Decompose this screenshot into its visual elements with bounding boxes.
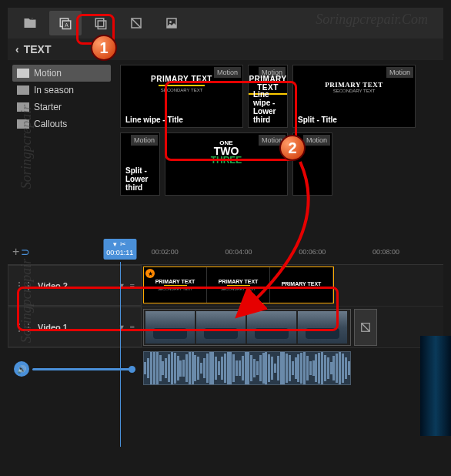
audio-clip[interactable]: [143, 351, 351, 385]
folder-icon: [17, 119, 29, 129]
primary-text: PRIMARY TEXT: [121, 75, 242, 83]
side-gradient: [420, 336, 451, 436]
svg-point-7: [169, 21, 172, 23]
folder-in-season[interactable]: In season: [12, 82, 111, 99]
panel-title: TEXT: [24, 43, 52, 55]
thumb-split-title[interactable]: Motion PRIMARY TEXTSECONDARY TEXT Split …: [292, 65, 416, 128]
clip-secondary: SECONDARY TEXT: [221, 287, 256, 291]
time-ruler[interactable]: 00:02:00 00:04:00 00:06:00 00:08:00 ▾✂ 0…: [34, 239, 443, 265]
folder-callouts[interactable]: Callouts: [12, 116, 111, 132]
folder-label: In season: [34, 85, 74, 96]
track-audio: 🔊: [8, 348, 443, 390]
thumb-label: Line wipe - Lower third: [253, 90, 287, 124]
playhead[interactable]: ▾✂ 00:01:11: [103, 239, 136, 260]
clip-primary: PRIMARY TEXT: [282, 281, 322, 287]
asset-tabs: A: [8, 8, 443, 39]
drag-handle-icon[interactable]: ⋮⋮: [15, 322, 33, 333]
tick: 00:06:00: [299, 248, 326, 256]
track-label: Video 2: [38, 281, 114, 290]
thumb-onetwo[interactable]: Motion ONETWOTHREE: [165, 132, 288, 196]
text-clip[interactable]: ★ PRIMARY TEXTSECONDARY TEXT PRIMARY TEX…: [143, 266, 334, 303]
track-video2: ⋮⋮ Video 2 ▼ ≡ ★ PRIMARY TEXTSECONDARY T…: [8, 265, 443, 307]
clip-primary: PRIMARY TEXT: [219, 279, 259, 284]
folder-icon: [17, 69, 29, 78]
clip-primary: PRIMARY TEXT: [155, 279, 195, 284]
track-menu-icon[interactable]: ≡: [130, 281, 135, 290]
tab-media[interactable]: [14, 11, 46, 35]
track-body[interactable]: ★ PRIMARY TEXTSECONDARY TEXT PRIMARY TEX…: [142, 265, 443, 306]
folder-label: Callouts: [34, 119, 67, 129]
underline: [159, 85, 205, 86]
thumb-label: Line wipe - Title: [125, 116, 183, 124]
star-icon: ★: [145, 269, 155, 278]
tab-overlays[interactable]: [155, 11, 188, 35]
track-body[interactable]: [142, 307, 443, 347]
three-text: THREE: [165, 156, 287, 165]
annotation-callout-2: 2: [279, 135, 306, 161]
tick: 00:02:00: [152, 248, 179, 256]
folder-starter[interactable]: Starter: [12, 99, 111, 116]
panel-header[interactable]: ‹ TEXT: [8, 39, 443, 60]
playhead-time: 00:01:11: [106, 249, 133, 256]
category-sidebar: Motion In season Starter Callouts: [8, 60, 115, 236]
volume-icon[interactable]: 🔊: [14, 361, 29, 377]
track-video1: ⋮⋮ Video 1 ▼ ≡: [8, 307, 443, 348]
tab-transitions[interactable]: [85, 11, 117, 35]
marker-icon[interactable]: ▾: [113, 240, 117, 248]
clip-secondary: SECONDARY TEXT: [158, 287, 193, 291]
track-header[interactable]: ⋮⋮ Video 1 ▼ ≡: [8, 307, 142, 347]
motion-badge: Motion: [303, 135, 330, 146]
video-clip[interactable]: [143, 309, 351, 346]
tick: 00:08:00: [372, 248, 399, 256]
audio-body[interactable]: [142, 348, 443, 390]
tab-text[interactable]: A: [49, 11, 82, 35]
video-frame: [145, 311, 195, 344]
transition-box[interactable]: [354, 309, 377, 346]
timeline: + ⊃ 00:02:00 00:04:00 00:06:00 00:08:00 …: [8, 236, 443, 390]
drag-handle-icon[interactable]: ⋮⋮: [15, 280, 33, 291]
thumb-line-wipe-lower[interactable]: Motion PRIMARY TEXT Line wipe - Lower th…: [248, 65, 288, 128]
secondary-text: SECONDARY TEXT: [121, 88, 242, 92]
motion-badge: Motion: [386, 67, 413, 78]
split-icon[interactable]: ✂: [120, 240, 126, 248]
audio-header[interactable]: 🔊: [8, 348, 142, 390]
motion-badge: Motion: [131, 135, 158, 146]
video-frame: [247, 311, 296, 344]
add-track-button[interactable]: +: [12, 245, 19, 259]
track-label: Video 1: [38, 323, 114, 332]
folder-label: Starter: [34, 102, 62, 112]
tab-effects[interactable]: [120, 11, 152, 35]
folder-label: Motion: [34, 68, 62, 79]
thumb-label: Split - Lower third: [125, 166, 159, 192]
track-menu-icon[interactable]: ≡: [130, 323, 135, 332]
primary-text: PRIMARY TEXT: [249, 75, 287, 92]
secondary-text: SECONDARY TEXT: [293, 89, 415, 93]
folder-icon: [17, 102, 29, 112]
svg-rect-4: [98, 21, 106, 29]
annotation-callout-1: 1: [91, 35, 117, 61]
thumb-split-lower[interactable]: Motion Split - Lower third: [120, 132, 160, 196]
video-frame: [298, 311, 347, 344]
folder-motion[interactable]: Motion: [12, 65, 111, 82]
svg-text:A: A: [65, 22, 68, 28]
folder-icon: [17, 85, 29, 95]
tick: 00:04:00: [225, 248, 252, 256]
thumb-line-wipe-title[interactable]: Motion PRIMARY TEXTSECONDARY TEXT Line w…: [120, 65, 243, 128]
back-chevron-icon[interactable]: ‹: [15, 43, 19, 55]
svg-rect-3: [95, 18, 104, 27]
video-frame: [196, 311, 246, 344]
snap-toggle[interactable]: ⊃: [21, 246, 30, 258]
thumb-label: Split - Title: [298, 116, 337, 124]
primary-text: PRIMARY TEXT: [293, 81, 415, 89]
playhead-line: [120, 262, 121, 447]
track-header[interactable]: ⋮⋮ Video 2 ▼ ≡: [8, 265, 142, 306]
